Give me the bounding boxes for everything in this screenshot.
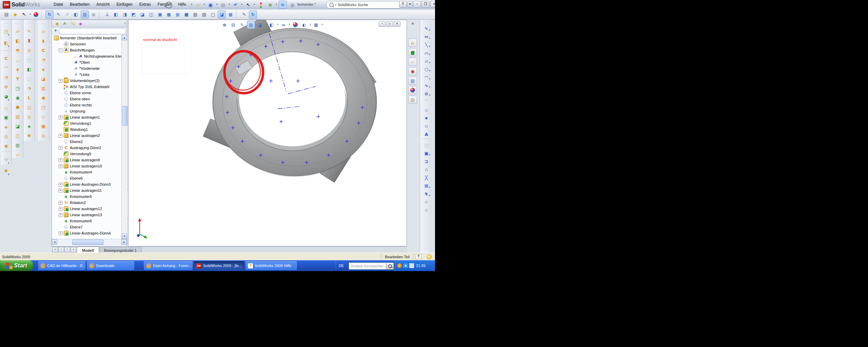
nut-icon[interactable]: ⬟ bbox=[14, 103, 22, 111]
tray-collapse-icon[interactable]: ‹ bbox=[397, 263, 402, 268]
tab-modell[interactable]: Modell bbox=[77, 247, 99, 253]
expand-toggle-icon[interactable]: + bbox=[59, 164, 62, 168]
file-explorer-tab[interactable]: ▱ bbox=[408, 58, 417, 66]
display-hlv-icon[interactable]: ▧ bbox=[191, 11, 199, 19]
pattern-bodies-icon[interactable]: ▥ bbox=[14, 141, 22, 149]
dimxpert-tab[interactable]: ◈ bbox=[77, 20, 84, 27]
appearance-wand-icon[interactable]: ✎ bbox=[54, 11, 62, 19]
boss-icon[interactable]: ◧ bbox=[14, 37, 22, 45]
appearance-wand-icon[interactable]: ✎ bbox=[240, 11, 248, 19]
fill-surface-icon[interactable]: ◉ bbox=[39, 94, 47, 102]
plane-icon[interactable]: ▱ bbox=[14, 27, 22, 35]
toolbar-icon[interactable] bbox=[2, 151, 11, 154]
task-solidworks[interactable]: SW SolidWorks 2009 - [fe... bbox=[194, 261, 244, 270]
toolbar-icon[interactable] bbox=[99, 10, 102, 19]
expand-toggle-icon[interactable]: + bbox=[59, 134, 62, 138]
surface-plane-icon[interactable]: ▱ bbox=[39, 27, 47, 35]
arc-icon[interactable]: ◠ bbox=[422, 74, 430, 81]
task-cad-de[interactable]: CAD.de Hilfeseite - D... bbox=[38, 261, 85, 270]
view-dimetric-icon[interactable]: ■ bbox=[174, 11, 182, 19]
select-cursor-icon[interactable]: ↖ bbox=[20, 11, 28, 19]
view-settings-icon[interactable]: ▦ bbox=[312, 21, 320, 29]
revolved-cut-icon[interactable]: ⊖ bbox=[2, 83, 10, 91]
extruded-cut-icon[interactable]: ◧ bbox=[2, 39, 10, 47]
freeform-icon[interactable]: ▤ bbox=[14, 113, 22, 121]
polygon-icon[interactable]: ◇ bbox=[422, 106, 430, 114]
view-isometric-icon[interactable]: ■ bbox=[165, 11, 173, 19]
tree-item-ebene-rechts[interactable]: → Ebene rechts bbox=[52, 102, 121, 108]
trim-entities-icon[interactable]: ╳ bbox=[422, 174, 430, 181]
tab-scroll-prev[interactable]: ‹ bbox=[58, 247, 64, 252]
section-view-icon[interactable]: ▥ bbox=[247, 21, 255, 29]
tree-item-volumenkoerper[interactable]: + → Volumenkörper(2) bbox=[52, 78, 121, 84]
task-downloads[interactable]: Downloads bbox=[87, 261, 134, 270]
linear-pattern-icon[interactable]: ⁘ bbox=[2, 155, 10, 163]
ellipse-icon[interactable]: ⊘ bbox=[422, 90, 430, 97]
panel-chevron-icon[interactable]: » bbox=[124, 21, 126, 25]
point-icon[interactable]: ∗ bbox=[422, 114, 430, 122]
scroll-left-icon[interactable]: ◀ bbox=[52, 239, 57, 245]
view-top-icon[interactable]: ◫ bbox=[147, 11, 155, 19]
view-front-icon[interactable]: ◧ bbox=[112, 11, 120, 19]
doc-close-button[interactable]: × bbox=[394, 21, 400, 27]
doc-restore-button[interactable]: ▫ bbox=[386, 21, 393, 27]
text-gray-icon[interactable]: A bbox=[422, 166, 430, 173]
zoom-fit-icon[interactable]: ⊕ bbox=[220, 21, 229, 29]
circle-icon[interactable]: ○ bbox=[422, 65, 430, 73]
split-icon[interactable]: ◪ bbox=[14, 122, 22, 130]
appearance-wand-icon[interactable]: ✎ bbox=[238, 21, 246, 29]
slot-icon[interactable]: ▱ bbox=[422, 57, 430, 65]
tree-item-beschriftungen[interactable]: − → A Beschriftungen bbox=[52, 47, 121, 53]
appearance-sphere-icon[interactable] bbox=[32, 11, 40, 19]
view-orientation-icon[interactable]: ◪ bbox=[256, 21, 264, 29]
view-left-icon[interactable]: ◩ bbox=[130, 11, 138, 19]
tree-root-fermenter[interactable]: fermenter (Standard<Wie bearbeit bbox=[52, 35, 121, 41]
rib-icon[interactable]: ◇ bbox=[2, 104, 10, 112]
close-button[interactable]: × bbox=[430, 1, 435, 7]
status-notification-icon[interactable] bbox=[427, 254, 432, 259]
menu-item[interactable]: Einfügen bbox=[113, 1, 136, 8]
hide-show-items-icon[interactable]: ∞ bbox=[279, 21, 288, 29]
tree-item-linear-austragen12[interactable]: + → Linear austragen12 bbox=[52, 206, 121, 212]
apply-scene-icon[interactable]: ◐ bbox=[300, 21, 308, 29]
minimize-button[interactable]: – bbox=[413, 1, 421, 7]
move-body-icon[interactable]: ◰ bbox=[14, 131, 22, 140]
dome-yellow-icon[interactable]: ◔ bbox=[25, 84, 33, 92]
mirror-entities-icon[interactable]: ◫ bbox=[422, 141, 430, 149]
expand-toggle-icon[interactable]: + bbox=[59, 183, 62, 186]
expand-toggle-icon[interactable]: + bbox=[59, 79, 62, 83]
display-hlr-icon[interactable]: ▨ bbox=[200, 11, 208, 19]
expand-toggle-icon[interactable]: + bbox=[59, 158, 62, 162]
grayed-feature-icon[interactable]: ◳ bbox=[25, 56, 33, 64]
expand-toggle-icon[interactable]: + bbox=[59, 231, 62, 235]
search-doc-icon[interactable]: ◎ bbox=[288, 1, 296, 9]
tree-item-linear-austragen-duenn4[interactable]: + → Linear-Austragen-Dünn4 bbox=[52, 230, 121, 236]
home-tab[interactable]: ⌂ bbox=[408, 39, 417, 47]
tab-scroll-last[interactable]: » bbox=[71, 247, 76, 252]
tree-item-kreismuster6[interactable]: → ∗ Kreismuster6 bbox=[52, 218, 121, 224]
propertymanager-tab[interactable]: ✍ bbox=[61, 20, 68, 27]
custom-properties-tab[interactable]: ▧ bbox=[408, 96, 417, 104]
planar-surface-icon[interactable]: ▥ bbox=[39, 84, 47, 92]
simple-hole-icon[interactable]: ◉ bbox=[2, 142, 10, 150]
save-icon[interactable]: ▣ bbox=[206, 1, 215, 9]
swept-surface-icon[interactable]: C bbox=[39, 46, 47, 54]
maximize-button[interactable]: ❐ bbox=[422, 1, 429, 7]
toolbar-icon[interactable] bbox=[41, 10, 44, 19]
edit-appearance-icon[interactable] bbox=[291, 21, 299, 29]
quick-tips-icon[interactable]: ? bbox=[415, 254, 421, 260]
linear-sketch-pattern-icon[interactable]: ⊞ bbox=[422, 182, 430, 189]
tab-bewegungsstudie[interactable]: Bewegungsstudie 1 bbox=[99, 247, 142, 253]
options-list-icon[interactable]: ≡ bbox=[266, 1, 274, 9]
expand-toggle-icon[interactable]: + bbox=[59, 146, 62, 150]
view-palette-tab[interactable]: ▤ bbox=[408, 77, 417, 85]
convert-entities-icon[interactable]: ▣ bbox=[422, 149, 430, 157]
scroll-down-icon[interactable]: ▼ bbox=[122, 233, 127, 239]
task-pane-close-icon[interactable]: × bbox=[410, 21, 416, 26]
section-view-icon[interactable]: ▥ bbox=[81, 11, 89, 19]
tree-item-links[interactable]: → A *Links bbox=[52, 72, 121, 78]
scroll-right-icon[interactable]: ▶ bbox=[121, 239, 127, 245]
expand-toggle-icon[interactable]: + bbox=[59, 189, 62, 192]
tree-item-ebene6[interactable]: → Ebene6 bbox=[52, 175, 121, 181]
featuremanager-tab[interactable]: ◆ bbox=[54, 20, 61, 27]
